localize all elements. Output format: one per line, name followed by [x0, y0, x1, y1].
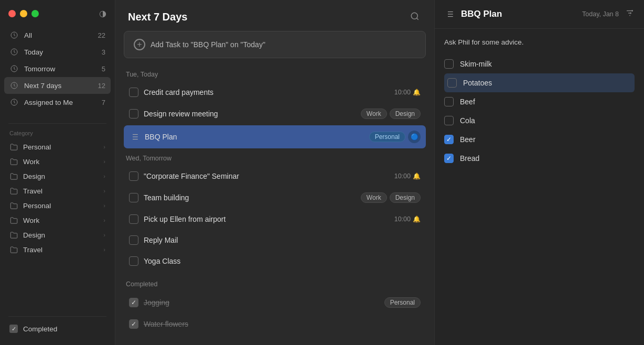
filter-icon-button[interactable]: [625, 8, 635, 20]
clock-icon-tomorrow: [9, 64, 19, 73]
task-item-design-review[interactable]: Design review meeting Work Design: [124, 103, 426, 124]
task-list-today: Credit card payments 10:00 🔔 Design revi…: [124, 82, 426, 148]
check-box-bread[interactable]: ✓: [444, 154, 454, 163]
task-name-seminar: "Corporate Finance" Seminar: [144, 172, 389, 180]
sidebar: ◑ All 22 Today 3 Tomorrow 5: [0, 0, 115, 345]
category-design1-label: Design: [23, 172, 98, 180]
minimize-button[interactable]: [20, 10, 27, 17]
task-checkbox-reply-mail[interactable]: [129, 235, 138, 245]
sidebar-item-tomorrow-count: 5: [102, 65, 105, 73]
sidebar-completed-item[interactable]: ✓ Completed: [4, 321, 111, 337]
sidebar-item-next7days-count: 12: [98, 82, 105, 90]
tag-personal-bbq: Personal: [369, 132, 405, 142]
checklist-item-cola[interactable]: Cola: [444, 111, 635, 130]
category-item-travel2[interactable]: Travel ›: [4, 242, 111, 257]
check-box-beef[interactable]: [444, 97, 454, 106]
main-header: Next 7 Days: [115, 0, 434, 31]
category-item-personal1[interactable]: Personal ›: [4, 139, 111, 154]
category-item-design2[interactable]: Design ›: [4, 228, 111, 242]
task-list-tomorrow: "Corporate Finance" Seminar 10:00 🔔 Team…: [124, 166, 426, 271]
time-text-seminar: 10:00: [394, 172, 411, 180]
tag-work-design-review: Work: [361, 109, 387, 119]
check-box-beer[interactable]: ✓: [444, 135, 454, 144]
category-personal1-label: Personal: [23, 143, 98, 151]
tag-personal-jogging: Personal: [384, 297, 421, 308]
folder-icon-work2: [9, 216, 18, 224]
task-time-credit-card: 10:00 🔔: [394, 89, 421, 96]
category-travel1-label: Travel: [23, 187, 98, 195]
task-item-yoga[interactable]: Yoga Class: [124, 251, 426, 271]
category-item-work1[interactable]: Work ›: [4, 154, 111, 169]
chevron-icon-design2: ›: [103, 232, 105, 238]
task-time-ellen: 10:00 🔔: [394, 215, 421, 223]
category-work1-label: Work: [23, 158, 98, 166]
task-checkbox-seminar[interactable]: [129, 171, 138, 181]
task-item-jogging[interactable]: ✓ Jogging Personal: [124, 292, 426, 313]
time-text-credit-card: 10:00: [394, 89, 411, 96]
task-item-water-flowers[interactable]: ✓ Water flowers: [124, 314, 426, 334]
task-tags-jogging: Personal: [384, 297, 421, 308]
task-checkbox-jogging[interactable]: ✓: [129, 298, 138, 307]
task-checkbox-ellen[interactable]: [129, 214, 138, 224]
right-panel-title: BBQ Plan: [461, 9, 576, 19]
task-checkbox-water-flowers[interactable]: ✓: [129, 319, 138, 329]
main-content: Next 7 Days + Add Task to "BBQ Plan" on …: [115, 0, 434, 345]
category-item-personal2[interactable]: Personal ›: [4, 198, 111, 213]
completed-label: Completed: [23, 325, 57, 333]
checklist-item-skimmilk[interactable]: Skim-milk: [444, 55, 635, 73]
bell-icon-ellen: 🔔: [413, 215, 421, 223]
chevron-icon-work2: ›: [103, 217, 105, 223]
task-name-water-flowers: Water flowers: [144, 320, 421, 328]
category-item-work2[interactable]: Work ›: [4, 213, 111, 228]
folder-icon-design2: [9, 231, 18, 239]
sidebar-divider-2: [8, 316, 106, 317]
task-item-seminar[interactable]: "Corporate Finance" Seminar 10:00 🔔: [124, 166, 426, 186]
main-title: Next 7 Days: [128, 11, 187, 23]
checklist-item-beef[interactable]: Beef: [444, 92, 635, 111]
task-item-credit-card[interactable]: Credit card payments 10:00 🔔: [124, 82, 426, 102]
completed-section-label: Completed: [124, 275, 426, 292]
task-checkbox-team-building[interactable]: [129, 193, 138, 202]
checklist-label-potatoes: Potatoes: [463, 79, 492, 87]
category-item-design1[interactable]: Design ›: [4, 169, 111, 184]
task-tags-design-review: Work Design: [361, 109, 421, 119]
checklist-item-beer[interactable]: ✓ Beer: [444, 130, 635, 149]
sidebar-item-tomorrow-label: Tomorrow: [24, 65, 96, 73]
check-box-cola[interactable]: [444, 116, 454, 125]
sidebar-item-assigned[interactable]: Assigned to Me 7: [4, 94, 111, 111]
checklist-item-potatoes[interactable]: Potatoes: [444, 73, 635, 92]
sidebar-item-today-count: 3: [102, 48, 105, 56]
bbq-tag-icon: 🔵: [408, 131, 421, 143]
theme-toggle-button[interactable]: ◑: [99, 8, 106, 18]
task-checkbox-design-review[interactable]: [129, 109, 138, 118]
chevron-icon-work1: ›: [103, 158, 105, 165]
checklist-item-bread[interactable]: ✓ Bread: [444, 149, 635, 168]
svg-point-5: [411, 13, 417, 19]
add-task-button[interactable]: + Add Task to "BBQ Plan" on "Today": [124, 31, 426, 58]
category-personal2-label: Personal: [23, 202, 98, 210]
task-item-ellen[interactable]: Pick up Ellen from airport 10:00 🔔: [124, 209, 426, 229]
check-box-potatoes[interactable]: [447, 78, 457, 88]
maximize-button[interactable]: [31, 10, 39, 17]
sidebar-item-all[interactable]: All 22: [4, 27, 111, 44]
search-button[interactable]: [408, 9, 422, 25]
sidebar-item-tomorrow[interactable]: Tomorrow 5: [4, 60, 111, 77]
task-name-bbq-plan: BBQ Plan: [145, 133, 364, 141]
checklist-label-beef: Beef: [460, 98, 475, 106]
category-item-travel1[interactable]: Travel ›: [4, 184, 111, 198]
task-item-bbq-plan[interactable]: BBQ Plan Personal 🔵: [124, 125, 426, 148]
task-item-team-building[interactable]: Team building Work Design: [124, 187, 426, 208]
category-travel2-label: Travel: [23, 246, 98, 254]
sidebar-item-next7days[interactable]: Next 7 days 12: [4, 77, 111, 94]
svg-line-6: [416, 18, 418, 19]
check-box-skimmilk[interactable]: [444, 59, 454, 69]
task-tags-team-building: Work Design: [361, 192, 421, 203]
sidebar-item-today[interactable]: Today 3: [4, 44, 111, 60]
task-checkbox-yoga[interactable]: [129, 256, 138, 266]
task-checkbox-credit-card[interactable]: [129, 88, 138, 97]
section-date-today: Tue, Today: [124, 69, 426, 82]
close-button[interactable]: [8, 10, 16, 17]
task-item-reply-mail[interactable]: Reply Mail: [124, 230, 426, 250]
bell-icon-seminar: 🔔: [413, 172, 421, 180]
task-name-ellen: Pick up Ellen from airport: [144, 215, 389, 223]
